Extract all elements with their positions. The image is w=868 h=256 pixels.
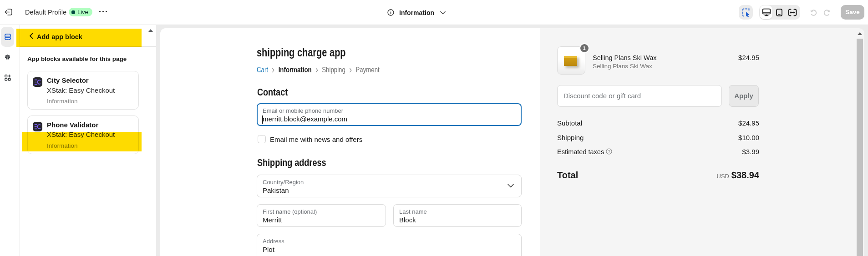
- svg-text:?: ?: [608, 149, 610, 154]
